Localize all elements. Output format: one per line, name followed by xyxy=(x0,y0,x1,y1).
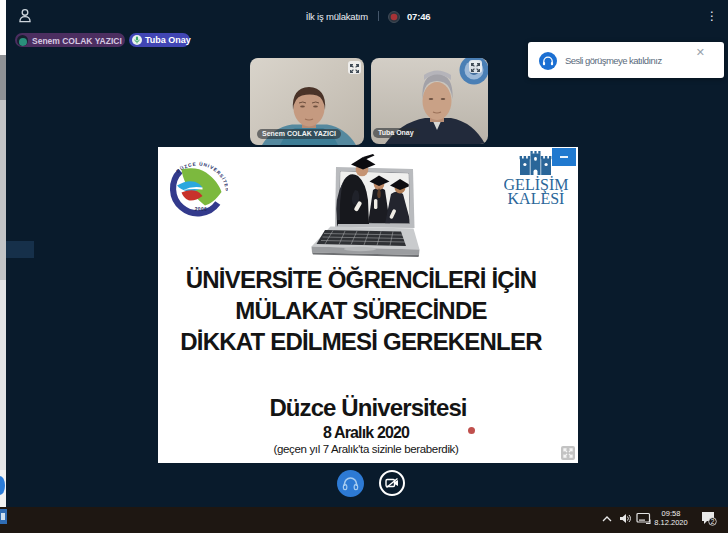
svg-text:2006: 2006 xyxy=(195,207,207,212)
svg-text:KALESİ: KALESİ xyxy=(508,190,565,205)
svg-text:2: 2 xyxy=(711,518,715,525)
